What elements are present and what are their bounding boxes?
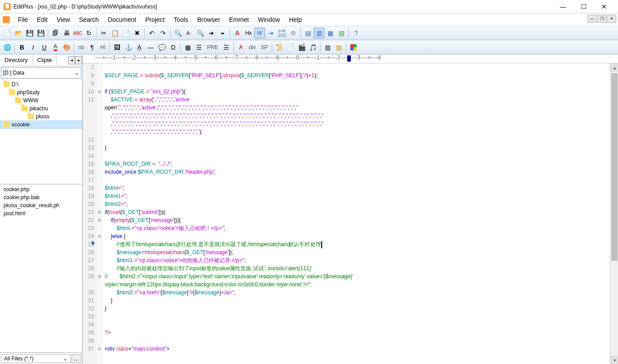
fold-marker[interactable]: ⊟ (97, 272, 103, 280)
window4-button[interactable]: ▧ (336, 28, 347, 38)
tree-item[interactable]: WWW (0, 96, 82, 105)
code-text[interactable]: $SELF_PAGE = substr($_SERVER['PHP_SELF']… (103, 63, 610, 364)
find-button[interactable]: 🔍 (172, 28, 183, 38)
tree-item[interactable]: pikachu (0, 105, 82, 113)
new-file-button[interactable]: 📄 (2, 28, 13, 38)
bookmark-button[interactable]: ⬌ (217, 28, 228, 38)
flag-button[interactable] (348, 42, 359, 53)
save-button[interactable]: 💾 (24, 28, 35, 38)
link-button[interactable]: A̱ (134, 42, 145, 53)
tree-item[interactable]: phpStudy (0, 88, 82, 96)
minimize-button[interactable]: — (553, 0, 573, 13)
comment-button[interactable]: 💬 (156, 42, 167, 53)
close-button[interactable]: ✕ (594, 0, 614, 13)
heading-button[interactable]: Hx (243, 28, 254, 38)
mdi-minimize-button[interactable]: — (588, 15, 597, 23)
file-entry[interactable]: cookie.php.bak (2, 193, 80, 201)
font-button[interactable]: A (232, 28, 243, 38)
indent-button[interactable]: ⇥ (265, 28, 276, 38)
palette-button[interactable]: 🎨 (61, 42, 72, 53)
goto-button[interactable]: ➜ (206, 28, 217, 38)
window3-button[interactable]: ▦ (325, 28, 336, 38)
fold-marker[interactable]: ⊟ (97, 232, 103, 240)
fold-column[interactable]: ⊟⊟⊟⊟⊟⊟ (97, 63, 103, 364)
replace-button[interactable]: A↓ (184, 28, 194, 38)
scroll-down-button[interactable]: ▾ (610, 356, 618, 364)
template2-button[interactable]: ▥ (333, 42, 344, 53)
menu-file[interactable]: File (13, 14, 33, 25)
video-button[interactable]: 🎬 (296, 42, 307, 53)
help-button[interactable]: ? (351, 28, 362, 38)
audio-button[interactable]: 🎵 (307, 42, 318, 53)
tab-scroll-right[interactable]: ▸ (75, 56, 82, 64)
file-entry[interactable]: cookie.php (2, 185, 80, 193)
underline-button[interactable]: U (39, 42, 50, 53)
fold-marker[interactable]: ⊟ (97, 345, 103, 353)
code-editor[interactable]: 7891011121314151617181920212223242526272… (83, 63, 610, 364)
scroll-thumb[interactable] (611, 73, 618, 261)
paste-button[interactable]: 📄 (121, 28, 131, 38)
window1-button[interactable]: ▤ (303, 28, 313, 38)
menu-help[interactable]: Help (285, 14, 307, 25)
tab-cliptext[interactable]: Clipte (33, 54, 57, 66)
open-file-button[interactable]: 📂 (13, 28, 24, 38)
tab-directory[interactable]: Directory (0, 54, 33, 66)
sp-button[interactable]: SP (258, 43, 270, 52)
tree-item[interactable]: D:\ (0, 80, 82, 88)
scroll-up-button[interactable]: ▴ (610, 63, 618, 71)
menu-document[interactable]: Document (103, 14, 141, 25)
menu-project[interactable]: Project (141, 14, 169, 25)
reload-button[interactable]: ↻ (84, 28, 94, 38)
mdi-close-button[interactable]: ✕ (607, 15, 616, 23)
ruler[interactable]: ----+----1----+----2----+----3----+----4… (83, 54, 618, 63)
image-button[interactable]: 🖼 (112, 42, 122, 53)
hi-button[interactable]: HI (98, 43, 108, 52)
print-preview-button[interactable]: 🗐 (50, 28, 61, 38)
bold-button[interactable]: B (17, 42, 27, 53)
a-button[interactable]: A (235, 42, 246, 53)
window2-button[interactable]: ▥ (314, 28, 324, 38)
tab-scroll-left[interactable]: ◂ (68, 56, 75, 64)
fold-marker[interactable]: ⊟ (97, 88, 103, 96)
filter-select[interactable]: All Files (*.*) ⌄ (1, 354, 71, 363)
file-entry[interactable]: pkxss_cookie_result.ph (2, 201, 80, 209)
template1-button[interactable]: ▥ (322, 42, 333, 53)
tree-item[interactable]: pkxss (0, 113, 82, 121)
file-entry[interactable]: post.html (2, 209, 80, 218)
menu-tools[interactable]: Tools (169, 14, 193, 25)
menu-browser[interactable]: Browser (193, 14, 224, 25)
hr-button[interactable]: — (145, 42, 156, 53)
script-button[interactable]: 📜 (274, 42, 285, 53)
menu-search[interactable]: Search (75, 14, 103, 25)
pre-button[interactable]: PRE (205, 43, 220, 52)
mdi-restore-button[interactable]: ❐ (597, 15, 606, 23)
anchor-button[interactable]: ⚓ (123, 42, 134, 53)
browser-button[interactable]: 🌐 (2, 42, 13, 53)
settings-button[interactable]: ⚙ (288, 28, 298, 38)
cut-button[interactable]: ✂ (98, 28, 109, 38)
find-next-button[interactable]: 🔍 (195, 28, 206, 38)
undo-button[interactable]: ↶ (147, 28, 157, 38)
menu-emmet[interactable]: Emmet (225, 14, 253, 25)
filter-go-button[interactable]: … (71, 354, 81, 363)
paragraph-button[interactable]: ¶ (87, 42, 97, 53)
tree-item[interactable]: xcookie (0, 121, 82, 129)
linenumbers-button[interactable]: 1AB2CD (277, 28, 287, 38)
maximize-button[interactable]: ☐ (573, 0, 594, 13)
nb-button[interactable]: nb (76, 43, 86, 52)
print-button[interactable]: 🖶 (61, 28, 72, 38)
list-button[interactable]: ☰ (221, 42, 231, 53)
menu-edit[interactable]: Edit (33, 14, 52, 25)
fold-marker[interactable]: ⊟ (97, 216, 103, 224)
wordwrap-button[interactable]: W (254, 28, 265, 38)
drive-selector[interactable]: [D:] Data ⌄ (1, 67, 81, 79)
save-all-button[interactable]: 💾 (35, 28, 46, 38)
menu-view[interactable]: View (52, 14, 75, 25)
div-button[interactable]: div (247, 43, 258, 52)
menu-window[interactable]: Window (253, 14, 285, 25)
color-button[interactable]: A (50, 42, 61, 53)
vertical-scrollbar[interactable]: ▴ ▾ (610, 63, 618, 364)
table-button[interactable]: ▦ (182, 42, 193, 53)
form-button[interactable]: ☰ (193, 42, 204, 53)
spellcheck-button[interactable]: ABC (72, 28, 83, 38)
